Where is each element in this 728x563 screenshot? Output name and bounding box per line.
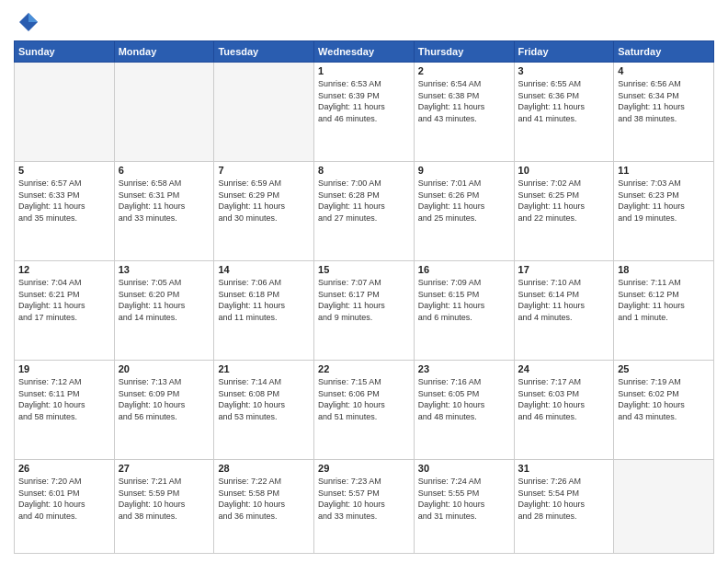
- calendar-cell: [614, 460, 714, 554]
- calendar-cell: 2Sunrise: 6:54 AM Sunset: 6:38 PM Daylig…: [414, 63, 514, 162]
- day-number: 6: [119, 165, 210, 176]
- day-number: 25: [618, 363, 710, 374]
- calendar-cell: 30Sunrise: 7:24 AM Sunset: 5:55 PM Dayli…: [414, 460, 514, 554]
- day-number: 22: [318, 363, 410, 374]
- day-info: Sunrise: 7:21 AM Sunset: 5:59 PM Dayligh…: [119, 476, 210, 522]
- day-number: 28: [218, 463, 310, 474]
- day-number: 19: [18, 363, 110, 374]
- calendar-cell: 22Sunrise: 7:15 AM Sunset: 6:06 PM Dayli…: [314, 361, 415, 460]
- day-info: Sunrise: 6:56 AM Sunset: 6:34 PM Dayligh…: [618, 78, 710, 124]
- calendar-cell: 9Sunrise: 7:01 AM Sunset: 6:26 PM Daylig…: [414, 162, 514, 261]
- day-number: 2: [418, 65, 510, 76]
- calendar-cell: 10Sunrise: 7:02 AM Sunset: 6:25 PM Dayli…: [514, 162, 614, 261]
- day-number: 11: [618, 165, 710, 176]
- day-number: 31: [518, 463, 610, 474]
- day-info: Sunrise: 6:55 AM Sunset: 6:36 PM Dayligh…: [518, 78, 610, 124]
- calendar-cell: [15, 63, 115, 162]
- dow-header: Friday: [514, 41, 614, 63]
- calendar-cell: 20Sunrise: 7:13 AM Sunset: 6:09 PM Dayli…: [114, 361, 214, 460]
- day-info: Sunrise: 7:19 AM Sunset: 6:02 PM Dayligh…: [618, 376, 710, 422]
- calendar-cell: 23Sunrise: 7:16 AM Sunset: 6:05 PM Dayli…: [414, 361, 514, 460]
- day-info: Sunrise: 7:16 AM Sunset: 6:05 PM Dayligh…: [418, 376, 510, 422]
- day-info: Sunrise: 7:15 AM Sunset: 6:06 PM Dayligh…: [318, 376, 410, 422]
- day-number: 4: [618, 65, 710, 76]
- day-number: 9: [418, 165, 510, 176]
- day-number: 29: [318, 463, 410, 474]
- day-info: Sunrise: 7:22 AM Sunset: 5:58 PM Dayligh…: [218, 476, 310, 522]
- calendar-cell: 21Sunrise: 7:14 AM Sunset: 6:08 PM Dayli…: [214, 361, 314, 460]
- calendar-cell: 16Sunrise: 7:09 AM Sunset: 6:15 PM Dayli…: [414, 261, 514, 361]
- day-info: Sunrise: 7:10 AM Sunset: 6:14 PM Dayligh…: [518, 277, 610, 323]
- day-info: Sunrise: 6:54 AM Sunset: 6:38 PM Dayligh…: [418, 78, 510, 124]
- dow-header: Sunday: [15, 41, 115, 63]
- calendar-cell: 18Sunrise: 7:11 AM Sunset: 6:12 PM Dayli…: [614, 261, 714, 361]
- calendar-cell: 8Sunrise: 7:00 AM Sunset: 6:28 PM Daylig…: [314, 162, 415, 261]
- calendar-cell: 6Sunrise: 6:58 AM Sunset: 6:31 PM Daylig…: [114, 162, 214, 261]
- day-number: 8: [318, 165, 410, 176]
- day-number: 17: [518, 264, 610, 275]
- day-number: 13: [119, 264, 210, 275]
- svg-marker-1: [28, 13, 38, 22]
- day-number: 7: [218, 165, 310, 176]
- day-info: Sunrise: 7:02 AM Sunset: 6:25 PM Dayligh…: [518, 178, 610, 224]
- day-info: Sunrise: 7:05 AM Sunset: 6:20 PM Dayligh…: [119, 277, 210, 323]
- calendar-cell: [114, 63, 214, 162]
- day-number: 1: [318, 65, 410, 76]
- day-info: Sunrise: 7:09 AM Sunset: 6:15 PM Dayligh…: [418, 277, 510, 323]
- calendar: SundayMondayTuesdayWednesdayThursdayFrid…: [14, 40, 714, 554]
- day-info: Sunrise: 7:11 AM Sunset: 6:12 PM Dayligh…: [618, 277, 710, 323]
- calendar-cell: 5Sunrise: 6:57 AM Sunset: 6:33 PM Daylig…: [15, 162, 115, 261]
- header: [14, 9, 714, 35]
- day-info: Sunrise: 7:13 AM Sunset: 6:09 PM Dayligh…: [119, 376, 210, 422]
- day-info: Sunrise: 7:04 AM Sunset: 6:21 PM Dayligh…: [18, 277, 110, 323]
- day-number: 16: [418, 264, 510, 275]
- day-number: 12: [18, 264, 110, 275]
- calendar-cell: 19Sunrise: 7:12 AM Sunset: 6:11 PM Dayli…: [15, 361, 115, 460]
- day-info: Sunrise: 7:06 AM Sunset: 6:18 PM Dayligh…: [218, 277, 310, 323]
- day-info: Sunrise: 7:12 AM Sunset: 6:11 PM Dayligh…: [18, 376, 110, 422]
- dow-header: Tuesday: [214, 41, 314, 63]
- day-info: Sunrise: 7:26 AM Sunset: 5:54 PM Dayligh…: [518, 476, 610, 522]
- day-info: Sunrise: 7:14 AM Sunset: 6:08 PM Dayligh…: [218, 376, 310, 422]
- day-number: 10: [518, 165, 610, 176]
- calendar-cell: 25Sunrise: 7:19 AM Sunset: 6:02 PM Dayli…: [614, 361, 714, 460]
- day-number: 14: [218, 264, 310, 275]
- day-number: 20: [119, 363, 210, 374]
- day-number: 24: [518, 363, 610, 374]
- page: SundayMondayTuesdayWednesdayThursdayFrid…: [0, 0, 728, 563]
- day-number: 27: [119, 463, 210, 474]
- day-info: Sunrise: 6:57 AM Sunset: 6:33 PM Dayligh…: [18, 178, 110, 224]
- day-number: 23: [418, 363, 510, 374]
- day-number: 15: [318, 264, 410, 275]
- calendar-cell: 14Sunrise: 7:06 AM Sunset: 6:18 PM Dayli…: [214, 261, 314, 361]
- calendar-cell: 28Sunrise: 7:22 AM Sunset: 5:58 PM Dayli…: [214, 460, 314, 554]
- calendar-cell: 26Sunrise: 7:20 AM Sunset: 6:01 PM Dayli…: [15, 460, 115, 554]
- calendar-cell: [214, 63, 314, 162]
- calendar-cell: 27Sunrise: 7:21 AM Sunset: 5:59 PM Dayli…: [114, 460, 214, 554]
- day-info: Sunrise: 7:01 AM Sunset: 6:26 PM Dayligh…: [418, 178, 510, 224]
- day-info: Sunrise: 7:03 AM Sunset: 6:23 PM Dayligh…: [618, 178, 710, 224]
- day-number: 30: [418, 463, 510, 474]
- calendar-cell: 11Sunrise: 7:03 AM Sunset: 6:23 PM Dayli…: [614, 162, 714, 261]
- day-info: Sunrise: 6:53 AM Sunset: 6:39 PM Dayligh…: [318, 78, 410, 124]
- day-info: Sunrise: 7:24 AM Sunset: 5:55 PM Dayligh…: [418, 476, 510, 522]
- calendar-cell: 3Sunrise: 6:55 AM Sunset: 6:36 PM Daylig…: [514, 63, 614, 162]
- calendar-cell: 31Sunrise: 7:26 AM Sunset: 5:54 PM Dayli…: [514, 460, 614, 554]
- calendar-cell: 4Sunrise: 6:56 AM Sunset: 6:34 PM Daylig…: [614, 63, 714, 162]
- calendar-cell: 1Sunrise: 6:53 AM Sunset: 6:39 PM Daylig…: [314, 63, 415, 162]
- calendar-cell: 15Sunrise: 7:07 AM Sunset: 6:17 PM Dayli…: [314, 261, 415, 361]
- dow-header: Thursday: [414, 41, 514, 63]
- day-number: 18: [618, 264, 710, 275]
- day-number: 5: [18, 165, 110, 176]
- logo: [14, 9, 43, 35]
- day-info: Sunrise: 6:59 AM Sunset: 6:29 PM Dayligh…: [218, 178, 310, 224]
- day-info: Sunrise: 7:00 AM Sunset: 6:28 PM Dayligh…: [318, 178, 410, 224]
- day-number: 26: [18, 463, 110, 474]
- day-number: 21: [218, 363, 310, 374]
- calendar-cell: 17Sunrise: 7:10 AM Sunset: 6:14 PM Dayli…: [514, 261, 614, 361]
- calendar-cell: 29Sunrise: 7:23 AM Sunset: 5:57 PM Dayli…: [314, 460, 415, 554]
- calendar-cell: 13Sunrise: 7:05 AM Sunset: 6:20 PM Dayli…: [114, 261, 214, 361]
- calendar-cell: 24Sunrise: 7:17 AM Sunset: 6:03 PM Dayli…: [514, 361, 614, 460]
- day-number: 3: [518, 65, 610, 76]
- logo-icon: [14, 9, 40, 35]
